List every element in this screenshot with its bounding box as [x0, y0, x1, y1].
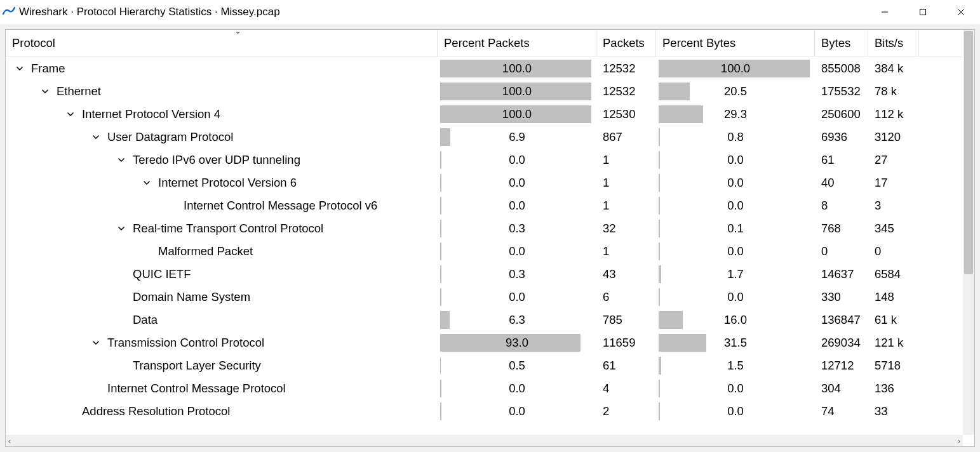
- packets-cell: 12532: [596, 57, 656, 80]
- pct-packets-cell: 6.3: [438, 309, 596, 331]
- bytes-cell: 12712: [815, 354, 868, 377]
- chevron-down-icon[interactable]: [91, 338, 101, 349]
- pct-packets-value: 0.0: [441, 199, 593, 213]
- pct-packets-cell: 100.0: [438, 80, 596, 103]
- pct-bytes-cell: 100.0: [656, 57, 815, 80]
- bytes-cell: 8: [815, 194, 868, 217]
- bytes-cell: 330: [815, 286, 868, 309]
- pct-bytes-cell: 0.0: [656, 171, 815, 194]
- table-row[interactable]: User Datagram Protocol6.98670.869363120: [6, 126, 963, 149]
- table-row[interactable]: Real-time Transport Control Protocol0.33…: [6, 217, 963, 240]
- col-header-protocol[interactable]: Protocol ⌄: [6, 30, 438, 56]
- bits-cell: 5718: [868, 354, 919, 377]
- pct-bytes-cell: 0.0: [656, 194, 815, 217]
- chevron-down-icon[interactable]: [40, 86, 50, 97]
- protocol-name: User Datagram Protocol: [107, 130, 233, 144]
- pct-bytes-cell: 31.5: [656, 331, 815, 354]
- table-row[interactable]: Transmission Control Protocol93.01165931…: [6, 331, 963, 354]
- pct-packets-cell: 0.0: [438, 286, 596, 309]
- hscroll-right-icon[interactable]: ›: [958, 436, 960, 446]
- col-header-packets[interactable]: Packets: [596, 30, 656, 56]
- pct-bytes-value: 16.0: [660, 313, 811, 327]
- table-row[interactable]: Malformed Packet0.010.000: [6, 240, 963, 263]
- pct-bytes-cell: 1.7: [656, 263, 815, 286]
- packets-cell: 6: [596, 286, 656, 309]
- bits-cell: 33: [868, 400, 919, 423]
- pct-bytes-value: 29.3: [660, 107, 811, 121]
- vertical-scrollbar[interactable]: [963, 30, 974, 435]
- table-row[interactable]: Internet Control Message Protocol0.040.0…: [6, 377, 963, 400]
- table-row[interactable]: Internet Control Message Protocol v60.01…: [6, 194, 963, 217]
- pct-bytes-value: 1.5: [660, 359, 811, 373]
- protocol-name: Ethernet: [57, 84, 101, 98]
- table-row[interactable]: Teredo IPv6 over UDP tunneling0.010.0612…: [6, 149, 963, 171]
- col-header-pct-bytes[interactable]: Percent Bytes: [656, 30, 815, 56]
- col-header-pct-packets[interactable]: Percent Packets: [438, 30, 596, 56]
- bytes-cell: 855008: [815, 57, 868, 80]
- pct-bytes-value: 0.0: [660, 382, 811, 396]
- maximize-button[interactable]: [904, 0, 942, 24]
- table-row[interactable]: Frame100.012532100.0855008384 k: [6, 57, 963, 80]
- horizontal-scrollbar[interactable]: ‹ ›: [6, 435, 963, 446]
- packets-cell: 61: [596, 354, 656, 377]
- pct-packets-cell: 0.0: [438, 240, 596, 263]
- protocol-name: Internet Protocol Version 4: [82, 107, 220, 121]
- table-row[interactable]: Data6.378516.013684761 k: [6, 309, 963, 331]
- pct-packets-value: 100.0: [441, 62, 593, 76]
- hscroll-left-icon[interactable]: ‹: [8, 436, 11, 446]
- pct-packets-cell: 0.0: [438, 377, 596, 400]
- bits-cell: 3: [868, 194, 919, 217]
- table-row[interactable]: Ethernet100.01253220.517553278 k: [6, 80, 963, 103]
- table-row[interactable]: Domain Name System0.060.0330148: [6, 286, 963, 309]
- pct-packets-cell: 0.0: [438, 194, 596, 217]
- chevron-down-icon[interactable]: [116, 155, 126, 166]
- titlebar: Wireshark · Protocol Hierarchy Statistic…: [0, 0, 980, 24]
- minimize-button[interactable]: [866, 0, 904, 24]
- chevron-down-icon[interactable]: [15, 63, 25, 74]
- bytes-cell: 136847: [815, 309, 868, 331]
- pct-bytes-value: 20.5: [660, 84, 811, 98]
- bytes-cell: 250600: [815, 103, 868, 126]
- bytes-cell: 0: [815, 240, 868, 263]
- protocol-name: Internet Protocol Version 6: [158, 176, 297, 190]
- pct-packets-value: 0.0: [441, 176, 593, 190]
- pct-packets-cell: 100.0: [438, 57, 596, 80]
- protocol-hierarchy-table: Protocol ⌄ Percent Packets Packets Perce…: [6, 30, 963, 435]
- pct-packets-value: 100.0: [441, 107, 593, 121]
- pct-bytes-cell: 16.0: [656, 309, 815, 331]
- scrollbar-thumb[interactable]: [964, 31, 973, 274]
- bytes-cell: 74: [815, 400, 868, 423]
- pct-packets-value: 6.9: [441, 130, 593, 144]
- col-header-bits[interactable]: Bits/s: [868, 30, 919, 56]
- chevron-down-icon[interactable]: [142, 178, 152, 189]
- chevron-down-icon[interactable]: [116, 223, 126, 234]
- pct-packets-cell: 6.9: [438, 126, 596, 149]
- chevron-down-icon[interactable]: [65, 109, 76, 120]
- packets-cell: 867: [596, 126, 656, 149]
- pct-bytes-value: 31.5: [660, 336, 811, 350]
- packets-cell: 1: [596, 194, 656, 217]
- pct-packets-value: 6.3: [441, 313, 593, 327]
- pct-packets-cell: 100.0: [438, 103, 596, 126]
- bits-cell: 121 k: [868, 331, 919, 354]
- table-row[interactable]: Internet Protocol Version 60.010.04017: [6, 171, 963, 194]
- col-header-bytes[interactable]: Bytes: [815, 30, 868, 56]
- table-row[interactable]: Internet Protocol Version 4100.01253029.…: [6, 103, 963, 126]
- pct-bytes-cell: 0.0: [656, 286, 815, 309]
- pct-bytes-cell: 0.0: [656, 149, 815, 171]
- pct-packets-cell: 0.5: [438, 354, 596, 377]
- protocol-name: QUIC IETF: [133, 267, 191, 281]
- pct-packets-value: 0.0: [441, 290, 593, 304]
- pct-bytes-cell: 29.3: [656, 103, 815, 126]
- svg-line-2: [958, 9, 964, 15]
- table-row[interactable]: Transport Layer Security0.5611.512712571…: [6, 354, 963, 377]
- chevron-down-icon[interactable]: [91, 132, 101, 143]
- packets-cell: 785: [596, 309, 656, 331]
- protocol-name: Address Resolution Protocol: [82, 404, 230, 418]
- packets-cell: 4: [596, 377, 656, 400]
- pct-bytes-cell: 0.0: [656, 377, 815, 400]
- table-row[interactable]: QUIC IETF0.3431.7146376584: [6, 263, 963, 286]
- bits-cell: 78 k: [868, 80, 919, 103]
- close-button[interactable]: [942, 0, 980, 24]
- table-row[interactable]: Address Resolution Protocol0.020.07433: [6, 400, 963, 423]
